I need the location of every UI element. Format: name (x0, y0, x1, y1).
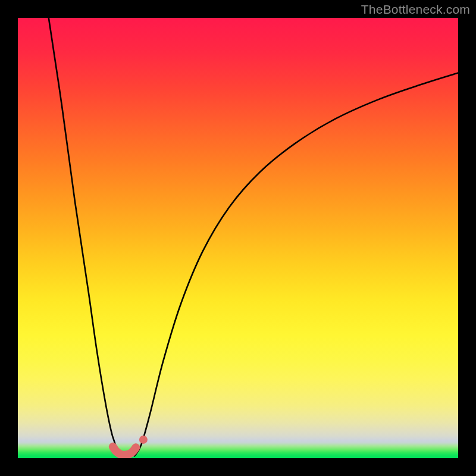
marker-cluster (113, 447, 136, 455)
watermark-text: TheBottleneck.com (361, 2, 470, 17)
marker-outlier (139, 436, 148, 444)
left-curve (49, 18, 123, 456)
curves-layer (18, 18, 458, 458)
right-curve (134, 73, 458, 456)
plot-area (18, 18, 458, 458)
chart-frame: TheBottleneck.com (0, 0, 476, 476)
